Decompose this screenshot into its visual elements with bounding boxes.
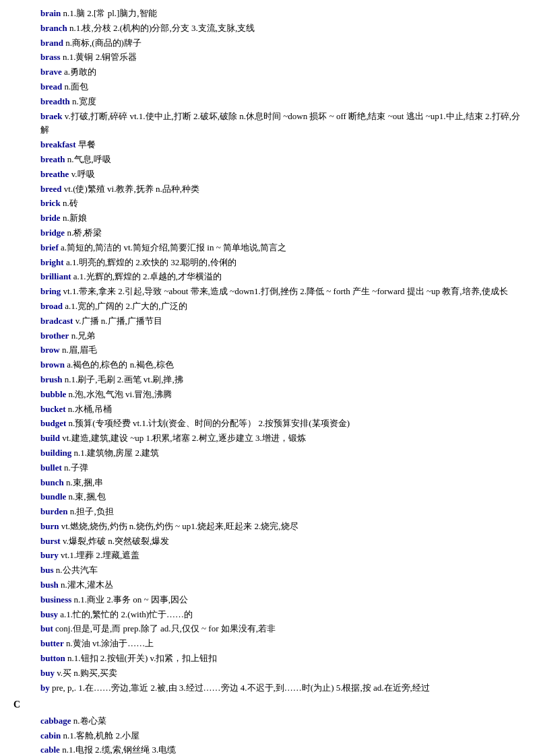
list-item: brain n.1.脑 2.[常 pl.]脑力,智能 — [13, 7, 522, 21]
entry-word: burden — [40, 506, 67, 516]
list-item: bradcast v.广播 n.广播,广播节目 — [13, 314, 522, 329]
list-item: but conj.但是,可是,而 prep.除了 ad.只,仅仅 ~ for 如… — [13, 622, 522, 636]
entry-definition: n.灌木,灌木丛 — [61, 580, 113, 590]
list-item: cabbage n.卷心菜 — [13, 714, 522, 728]
list-item: bubble n.泡,水泡,气泡 vi.冒泡,沸腾 — [13, 388, 522, 402]
entry-word: bundle — [40, 491, 66, 502]
list-item: brand n.商标,(商品的)牌子 — [13, 36, 522, 50]
entry-definition: 早餐 — [78, 139, 96, 149]
list-item: brother n.兄弟 — [13, 329, 522, 343]
entry-definition: n.泡,水泡,气泡 vi.冒泡,沸腾 — [69, 389, 172, 399]
entry-word: bring — [40, 286, 61, 296]
entry-word: braek — [40, 111, 63, 121]
entry-word: brave — [40, 67, 62, 77]
entry-definition: vt.1.带来,拿来 2.引起,导致 ~about 带来,造成 ~down1.打… — [63, 286, 508, 296]
list-item: brass n.1.黄铜 2.铜管乐器 — [13, 50, 522, 65]
entry-definition: n.1.客舱,机舱 2.小屋 — [63, 730, 140, 741]
entry-word: brand — [40, 38, 63, 48]
list-item: breathe v.呼吸 — [13, 168, 522, 182]
entry-definition: n.黄油 vt.涂油于……上 — [66, 638, 154, 648]
list-item: brown a.褐色的,棕色的 n.褐色,棕色 — [13, 358, 522, 372]
entry-word: cable — [40, 745, 60, 755]
entry-definition: n.束,捆,包 — [69, 491, 106, 502]
entry-definition: n.1.商业 2.事务 on ~ 因事,因公 — [74, 594, 189, 605]
entry-word: business — [40, 594, 71, 605]
list-item: bucket n.水桶,吊桶 — [13, 403, 522, 417]
entry-word: bush — [40, 580, 59, 590]
entry-definition: vt.1.埋葬 2.埋藏,遮盖 — [61, 550, 139, 560]
entry-word: button — [40, 653, 65, 663]
entry-word: brother — [40, 331, 69, 341]
list-item: bush n.灌木,灌木丛 — [13, 578, 522, 592]
entry-definition: n.公共汽车 — [56, 565, 98, 575]
list-item: brick n.砖 — [13, 197, 522, 211]
entry-definition: n.新娘 — [63, 213, 87, 223]
list-item: cabin n.1.客舱,机舱 2.小屋 — [13, 729, 522, 743]
entry-word: brass — [40, 52, 61, 62]
list-item: bus n.公共汽车 — [13, 563, 522, 578]
entry-definition: n.宽度 — [72, 96, 96, 106]
entry-definition: n.水桶,吊桶 — [68, 404, 112, 414]
entry-word: cabbage — [40, 716, 71, 726]
entry-word: busy — [40, 609, 58, 619]
entry-word: broad — [40, 301, 63, 311]
entry-definition: n.1.电报 2.缆,索,钢丝绳 3.电缆 — [62, 745, 176, 755]
entry-definition: n.担子,负担 — [70, 506, 114, 516]
entry-word: bunch — [40, 477, 64, 487]
list-item: build vt.建造,建筑,建设 ~up 1.积累,堵塞 2.树立,逐步建立 … — [13, 432, 522, 446]
list-item: brilliant a.1.光辉的,辉煌的 2.卓越的,才华横溢的 — [13, 270, 522, 284]
entry-definition: v.广播 n.广播,广播节目 — [75, 316, 162, 326]
entry-word: brief — [40, 242, 59, 252]
entry-word: burst — [40, 536, 61, 546]
list-item: burn vt.燃烧,烧伤,灼伤 n.烧伤,灼伤 ~ up1.烧起来,旺起来 2… — [13, 520, 522, 534]
entry-definition: n.气息,呼吸 — [67, 154, 111, 164]
entry-word: but — [40, 623, 53, 633]
entry-definition: a.1.光辉的,辉煌的 2.卓越的,才华横溢的 — [73, 271, 222, 281]
entry-definition: n.1.脑 2.[常 pl.]脑力,智能 — [63, 8, 157, 18]
entry-definition: n.子弹 — [64, 462, 88, 473]
list-item: brave a.勇敢的 — [13, 65, 522, 79]
entry-word: branch — [40, 23, 67, 33]
entry-definition: a.1.忙的,繁忙的 2.(with)忙于……的 — [60, 609, 193, 619]
entry-definition: n.1.刷子,毛刷 2.画笔 vt.刷,掸,拂 — [65, 374, 183, 384]
entry-word: by — [40, 683, 50, 693]
entry-word: bridge — [40, 228, 65, 238]
list-item: breath n.气息,呼吸 — [13, 153, 522, 167]
list-item: bride n.新娘 — [13, 211, 522, 226]
entry-word: breakfast — [40, 139, 75, 149]
entry-definition: n.1.枝,分枝 2.(机构的)分部,分支 3.支流,支脉,支线 — [69, 23, 255, 33]
list-item: bundle n.束,捆,包 — [13, 490, 522, 504]
list-item: butter n.黄油 vt.涂油于……上 — [13, 637, 522, 651]
list-item: bury vt.1.埋葬 2.埋藏,遮盖 — [13, 549, 522, 563]
entry-definition: a.褐色的,棕色的 n.褐色,棕色 — [67, 359, 174, 370]
entry-word: brush — [40, 374, 63, 384]
entry-definition: n.1.黄铜 2.铜管乐器 — [63, 52, 137, 62]
list-item: bright a.1.明亮的,辉煌的 2.欢快的 32.聪明的,伶俐的 — [13, 256, 522, 270]
list-item: broad a.1.宽的,广阔的 2.广大的,广泛的 — [13, 300, 522, 314]
entry-definition: pre, p,. 1.在……旁边,靠近 2.被,由 3.经过……旁边 4.不迟于… — [52, 683, 430, 693]
entry-word: bright — [40, 257, 64, 267]
list-item: breadth n.宽度 — [13, 95, 522, 109]
entry-word: budget — [40, 418, 66, 428]
entry-word: cabin — [40, 730, 61, 741]
entry-definition: vt.建造,建筑,建设 ~up 1.积累,堵塞 2.树立,逐步建立 3.增进，锻… — [62, 433, 306, 443]
entry-definition: n.面包 — [65, 81, 89, 92]
entry-definition: a.勇敢的 — [64, 67, 96, 77]
entry-word: brow — [40, 345, 60, 355]
dictionary-content: brain n.1.脑 2.[常 pl.]脑力,智能branch n.1.枝,分… — [13, 7, 522, 756]
entry-word: buy — [40, 668, 55, 678]
list-item: branch n.1.枝,分枝 2.(机构的)分部,分支 3.支流,支脉,支线 — [13, 22, 522, 36]
list-item: brow n.眉,眉毛 — [13, 343, 522, 357]
entry-word: building — [40, 448, 71, 458]
list-item: buy v.买 n.购买,买卖 — [13, 666, 522, 681]
list-item: burden n.担子,负担 — [13, 505, 522, 519]
entry-definition: n.预算(专项经费 vt.1.计划(资金、时间的分配等） 2.按预算安排(某项资… — [69, 418, 350, 428]
list-item: breed vt.(使)繁殖 vi.教养,抚养 n.品种,种类 — [13, 182, 522, 197]
entry-definition: v.爆裂,炸破 n.突然破裂,爆发 — [63, 536, 169, 546]
entry-definition: v.打破,打断,碎碎 vt.1.使中止,打断 2.破坏,破除 n.休息时间 ~d… — [40, 111, 520, 135]
entry-definition: n.商标,(商品的)牌子 — [65, 38, 141, 48]
list-item: bread n.面包 — [13, 80, 522, 94]
section-c-label: C — [13, 697, 522, 712]
list-item: brief a.简短的,简洁的 vt.简短介绍,简要汇报 in ~ 简单地说,简… — [13, 241, 522, 255]
entry-word: bus — [40, 565, 54, 575]
